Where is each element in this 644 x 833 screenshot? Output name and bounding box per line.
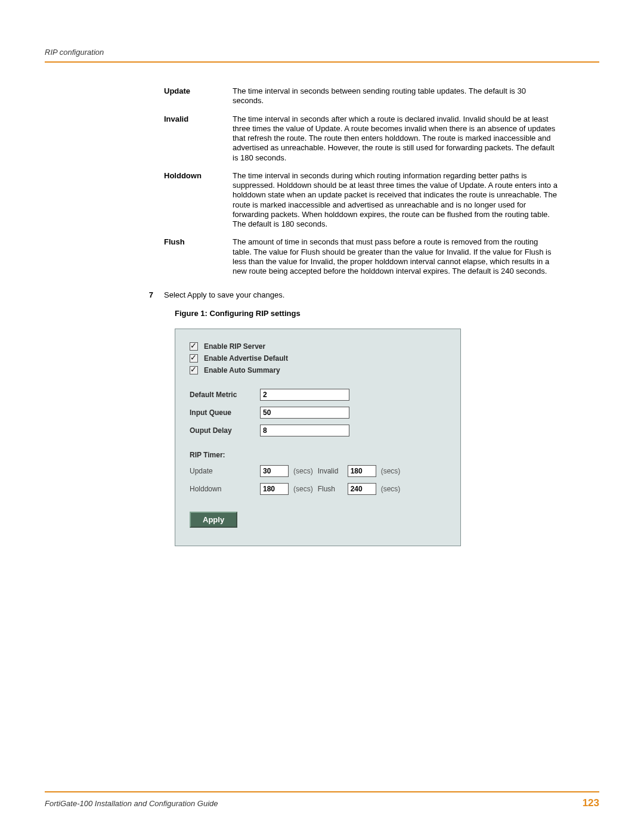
input-queue-input[interactable] (260, 407, 349, 419)
header-rule (45, 61, 599, 63)
checkbox-enable-auto-summary[interactable] (190, 366, 198, 374)
flush-input[interactable] (348, 483, 376, 495)
definition-term: Holddown (164, 171, 233, 230)
secs-unit: (secs) (293, 485, 313, 493)
definition-desc: The amount of time in seconds that must … (233, 237, 558, 276)
definition-term: Flush (164, 237, 233, 276)
invalid-label: Invalid (318, 467, 348, 475)
section-header: RIP configuration (45, 48, 599, 57)
default-metric-input[interactable] (260, 389, 349, 401)
output-delay-label: Ouput Delay (190, 426, 260, 435)
input-queue-label: Input Queue (190, 408, 260, 417)
form-row: Input Queue (190, 407, 446, 419)
timer-row: Update (secs) Invalid (secs) (190, 465, 446, 477)
holddown-label: Holddown (190, 485, 260, 493)
definition-term: Invalid (164, 114, 233, 163)
figure-caption: Figure 1: Configuring RIP settings (175, 309, 599, 318)
update-input[interactable] (260, 465, 289, 477)
definition-row: Update The time interval in seconds betw… (164, 86, 558, 106)
checkbox-row: Enable RIP Server (190, 342, 446, 351)
checkbox-label: Enable Auto Summary (204, 366, 280, 374)
definition-term: Update (164, 86, 233, 106)
step-row: 7 Select Apply to save your changes. (140, 290, 558, 299)
rip-timer-title: RIP Timer: (190, 451, 446, 459)
checkbox-enable-advertise-default[interactable] (190, 354, 198, 363)
definition-list: Update The time interval in seconds betw… (164, 86, 558, 276)
checkbox-label: Enable Advertise Default (204, 354, 288, 363)
form-row: Ouput Delay (190, 425, 446, 436)
definition-desc: The time interval in seconds after which… (233, 114, 558, 163)
secs-unit: (secs) (293, 467, 313, 475)
checkbox-label: Enable RIP Server (204, 342, 265, 351)
footer-guide-title: FortiGate-100 Installation and Configura… (45, 799, 218, 808)
step-number: 7 (140, 290, 164, 299)
footer-page-number: 123 (583, 797, 599, 809)
definition-row: Invalid The time interval in seconds aft… (164, 114, 558, 163)
checkbox-enable-rip-server[interactable] (190, 342, 198, 351)
flush-label: Flush (318, 485, 348, 493)
holddown-input[interactable] (260, 483, 289, 495)
page-footer: FortiGate-100 Installation and Configura… (45, 791, 599, 809)
form-row: Default Metric (190, 389, 446, 401)
definition-row: Flush The amount of time in seconds that… (164, 237, 558, 276)
footer-rule (45, 791, 599, 792)
checkbox-row: Enable Advertise Default (190, 354, 446, 363)
invalid-input[interactable] (348, 465, 376, 477)
secs-unit: (secs) (381, 485, 401, 493)
step-text: Select Apply to save your changes. (164, 290, 558, 299)
rip-settings-figure: Enable RIP Server Enable Advertise Defau… (175, 329, 461, 546)
output-delay-input[interactable] (260, 425, 349, 436)
secs-unit: (secs) (381, 467, 401, 475)
definition-row: Holddown The time interval in seconds du… (164, 171, 558, 230)
default-metric-label: Default Metric (190, 391, 260, 399)
definition-desc: The time interval in seconds between sen… (233, 86, 558, 106)
timer-row: Holddown (secs) Flush (secs) (190, 483, 446, 495)
update-label: Update (190, 467, 260, 475)
definition-desc: The time interval in seconds during whic… (233, 171, 558, 230)
checkbox-row: Enable Auto Summary (190, 366, 446, 374)
apply-button[interactable]: Apply (190, 512, 237, 528)
